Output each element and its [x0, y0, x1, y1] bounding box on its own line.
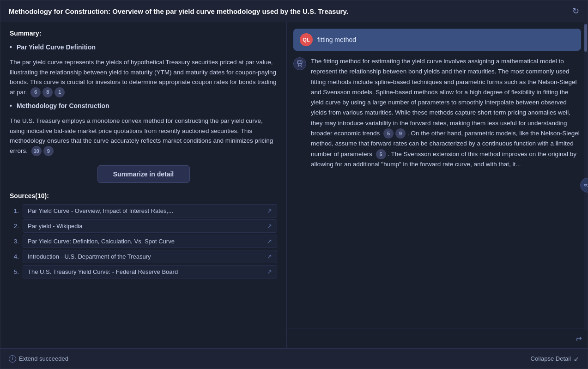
source-number-1: 1.: [10, 207, 19, 214]
external-link-icon-3: ↗: [267, 238, 272, 245]
bullet-dot-2: •: [10, 102, 12, 109]
bot-message: The fitting method for estimating the yi…: [293, 56, 581, 169]
header-title: Methodology for Construction: Overview o…: [9, 7, 348, 15]
source-link-text-4: Introduction - U.S. Department of the Tr…: [28, 253, 151, 260]
source-number-2: 2.: [10, 223, 19, 230]
app-container: Methodology for Construction: Overview o…: [0, 0, 588, 369]
header: Methodology for Construction: Overview o…: [0, 0, 588, 22]
right-panel: QL fitting method: [287, 22, 588, 348]
badge-8[interactable]: 8: [42, 87, 53, 97]
summary-text-1: The par yield curve represents the yield…: [10, 57, 277, 97]
footer: i Extend succeeded Collapse Detail ↙: [0, 348, 588, 369]
extend-status: i Extend succeeded: [9, 355, 68, 363]
right-panel-wrapper: QL fitting method: [287, 22, 588, 348]
chat-input[interactable]: [292, 335, 575, 342]
list-item: 5. The U.S. Treasury Yield Curve: - Fede…: [10, 265, 277, 278]
summary-heading: Summary:: [10, 30, 277, 37]
source-link-5[interactable]: The U.S. Treasury Yield Curve: - Federal…: [23, 265, 277, 278]
svg-line-10: [586, 186, 588, 187]
citation-badges-bot-1: 5 9: [383, 128, 406, 139]
badge-bot-5[interactable]: 5: [383, 128, 394, 139]
summarize-button[interactable]: Summarize in detail: [97, 165, 190, 183]
source-link-text-2: Par yield - Wikipedia: [28, 223, 83, 230]
source-link-text-3: Par Yield Curve: Definition, Calculation…: [28, 238, 175, 245]
bot-message-text: The fitting method for estimating the yi…: [311, 56, 581, 169]
svg-line-9: [586, 183, 588, 185]
source-link-4[interactable]: Introduction - U.S. Department of the Tr…: [23, 250, 277, 263]
source-number-3: 3.: [10, 238, 19, 245]
source-number-4: 4.: [10, 253, 19, 260]
source-link-2[interactable]: Par yield - Wikipedia ↗: [23, 219, 277, 233]
svg-point-5: [300, 61, 301, 62]
list-item: 1. Par Yield Curve - Overview, Impact of…: [10, 204, 277, 218]
list-item: 2. Par yield - Wikipedia ↗: [10, 219, 277, 233]
info-icon: i: [9, 355, 16, 363]
bullet-dot-1: •: [10, 43, 12, 51]
bullet-text-2: Methodology for Construction: [17, 102, 109, 109]
badge-6[interactable]: 6: [30, 87, 41, 97]
user-message-text: fitting method: [317, 36, 356, 43]
list-item: 3. Par Yield Curve: Definition, Calculat…: [10, 235, 277, 248]
citation-badges-1: 6 8 1: [30, 87, 65, 97]
external-link-icon-1: ↗: [267, 207, 272, 214]
badge-1[interactable]: 1: [55, 87, 65, 97]
extend-status-text: Extend succeeded: [19, 355, 68, 362]
svg-point-7: [584, 184, 586, 186]
citation-badges-2: 10 9: [31, 146, 54, 156]
badge-10[interactable]: 10: [31, 146, 42, 156]
citation-badges-bot-2: 5: [376, 149, 386, 159]
bullet-item-2: • Methodology for Construction: [10, 102, 277, 109]
bullet-text-1: Par Yield Curve Definition: [17, 43, 96, 51]
collapse-label: Collapse Detail: [531, 355, 571, 362]
collapse-icon: ↙: [574, 355, 579, 363]
svg-rect-0: [297, 60, 302, 64]
source-link-text-1: Par Yield Curve - Overview, Impact of In…: [28, 207, 173, 214]
external-link-icon-5: ↗: [267, 268, 272, 275]
collapse-button[interactable]: Collapse Detail ↙: [531, 355, 579, 363]
scrollbar-thumb[interactable]: [584, 24, 587, 52]
user-message: QL fitting method: [293, 29, 581, 51]
sources-list: 1. Par Yield Curve - Overview, Impact of…: [10, 204, 277, 278]
source-link-3[interactable]: Par Yield Curve: Definition, Calculation…: [23, 235, 277, 248]
bot-avatar: [293, 57, 306, 70]
chat-input-area: ↵: [287, 328, 588, 348]
svg-rect-1: [298, 64, 301, 66]
source-link-text-5: The U.S. Treasury Yield Curve: - Federal…: [28, 268, 178, 275]
chat-messages: QL fitting method: [287, 22, 588, 328]
scrollbar-track[interactable]: [584, 22, 588, 330]
bullet-item-1: • Par Yield Curve Definition: [10, 43, 277, 51]
summarize-btn-container: Summarize in detail: [10, 165, 277, 183]
svg-line-2: [298, 66, 299, 67]
badge-9[interactable]: 9: [43, 146, 54, 156]
refresh-icon[interactable]: ↻: [572, 6, 579, 16]
external-link-icon-2: ↗: [267, 223, 272, 230]
source-number-5: 5.: [10, 268, 19, 275]
svg-point-4: [298, 61, 299, 62]
sources-heading: Sources(10):: [10, 192, 277, 200]
badge-bot-5b[interactable]: 5: [376, 149, 386, 159]
send-icon[interactable]: ↵: [575, 333, 582, 344]
external-link-icon-4: ↗: [267, 253, 272, 260]
sources-section: Sources(10): 1. Par Yield Curve - Overvi…: [10, 192, 277, 278]
avatar: QL: [300, 33, 313, 46]
source-link-1[interactable]: Par Yield Curve - Overview, Impact of In…: [23, 204, 277, 218]
left-panel: Summary: • Par Yield Curve Definition Th…: [0, 22, 287, 348]
list-item: 4. Introduction - U.S. Department of the…: [10, 250, 277, 263]
badge-bot-9[interactable]: 9: [395, 128, 406, 139]
summary-text-2: The U.S. Treasury employs a monotone con…: [10, 116, 277, 156]
main-content: Summary: • Par Yield Curve Definition Th…: [0, 22, 588, 348]
svg-line-3: [301, 66, 302, 67]
